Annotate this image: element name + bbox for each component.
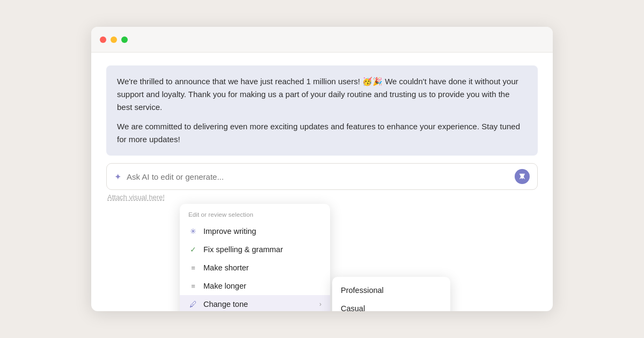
improve-writing-icon: ✳ <box>188 227 198 236</box>
paragraph-1: We're thrilled to announce that we have … <box>117 75 527 114</box>
menu-item-make-shorter[interactable]: ≡ Make shorter <box>180 259 330 277</box>
ai-input[interactable] <box>127 172 509 181</box>
make-shorter-icon: ≡ <box>188 264 198 272</box>
fix-spelling-icon: ✓ <box>188 245 198 254</box>
tone-professional-label: Professional <box>341 286 384 295</box>
tone-casual-label: Casual <box>341 304 365 311</box>
improve-writing-label: Improve writing <box>203 227 321 236</box>
tone-casual[interactable]: Casual <box>332 299 450 311</box>
menu-section-label: Edit or review selection <box>180 208 330 222</box>
dropdown-container: Edit or review selection ✳ Improve writi… <box>180 204 450 311</box>
app-window: We're thrilled to announce that we have … <box>91 27 553 311</box>
minimize-button[interactable] <box>111 36 117 43</box>
menu-item-make-longer[interactable]: ≡ Make longer <box>180 277 330 295</box>
close-button[interactable] <box>100 36 106 43</box>
content-area: We're thrilled to announce that we have … <box>91 53 553 210</box>
make-longer-label: Make longer <box>203 282 321 290</box>
tone-professional[interactable]: Professional <box>332 281 450 299</box>
menu-item-improve-writing[interactable]: ✳ Improve writing <box>180 222 330 240</box>
titlebar <box>91 27 553 53</box>
attach-hint: Attach visual here! <box>106 190 538 201</box>
chevron-right-icon: › <box>319 300 321 308</box>
maximize-button[interactable] <box>121 36 128 43</box>
sparkle-icon: ✦ <box>114 172 121 182</box>
paragraph-2: We are committed to delivering even more… <box>117 120 527 146</box>
send-button[interactable] <box>515 169 530 184</box>
fix-spelling-label: Fix spelling & grammar <box>203 245 321 254</box>
ai-input-bar[interactable]: ✦ <box>106 163 538 190</box>
tone-menu: Professional Casual Straightforward Conf… <box>332 277 450 311</box>
make-shorter-label: Make shorter <box>203 263 321 272</box>
change-tone-label: Change tone <box>203 300 314 308</box>
text-block: We're thrilled to announce that we have … <box>106 65 538 156</box>
change-tone-icon: 🖊 <box>188 300 198 308</box>
menu-item-change-tone[interactable]: 🖊 Change tone › <box>180 295 330 311</box>
make-longer-icon: ≡ <box>188 282 198 290</box>
primary-menu: Edit or review selection ✳ Improve writi… <box>180 204 330 311</box>
menu-item-fix-spelling[interactable]: ✓ Fix spelling & grammar <box>180 240 330 259</box>
